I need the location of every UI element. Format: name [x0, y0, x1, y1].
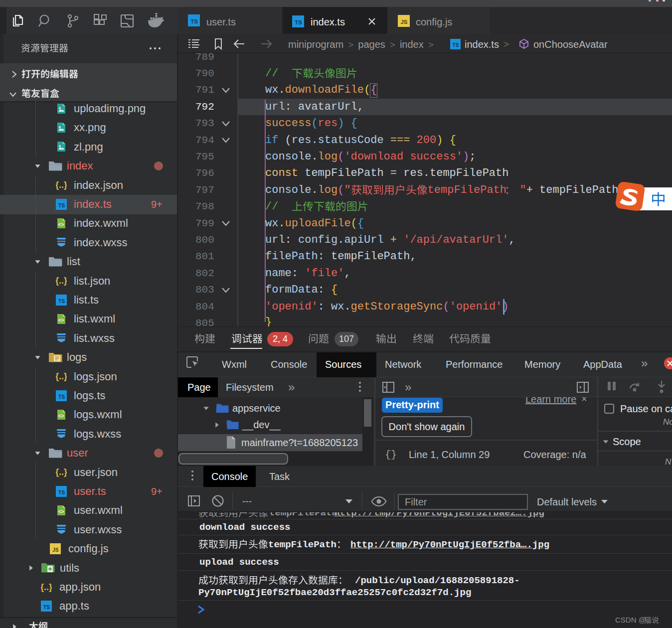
- svg-text:TS: TS: [58, 298, 65, 304]
- svg-text:JS: JS: [52, 547, 59, 553]
- svg-text:JS: JS: [400, 19, 407, 25]
- svg-text:TS: TS: [190, 18, 198, 24]
- svg-text:<>: <>: [58, 413, 64, 419]
- svg-text:{..}: {..}: [56, 371, 67, 381]
- svg-text:{..}: {..}: [56, 276, 67, 286]
- svg-text:{..}: {..}: [41, 582, 52, 592]
- svg-text:TS: TS: [58, 489, 65, 495]
- svg-text:{..}: {..}: [56, 180, 67, 190]
- svg-text:<>: <>: [58, 509, 64, 514]
- svg-text:<>: <>: [58, 222, 64, 227]
- svg-text:TS: TS: [58, 394, 65, 400]
- svg-text:TS: TS: [453, 42, 459, 48]
- svg-text:TS: TS: [58, 202, 65, 208]
- svg-text:{..}: {..}: [56, 467, 67, 477]
- svg-text:TS: TS: [43, 604, 50, 610]
- svg-text:<>: <>: [58, 317, 64, 323]
- svg-text:TS: TS: [295, 19, 302, 25]
